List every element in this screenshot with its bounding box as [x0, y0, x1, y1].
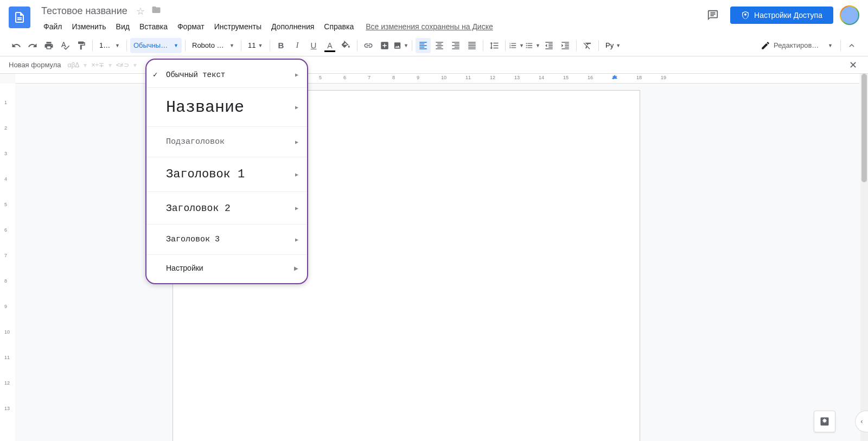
chevron-down-icon: ▼ — [115, 43, 120, 48]
paint-format-button[interactable] — [74, 38, 89, 53]
increase-indent-button[interactable] — [558, 38, 573, 53]
equation-greek[interactable]: αβΔ — [68, 61, 80, 69]
chevron-down-icon: ▼ — [258, 43, 263, 48]
align-right-button[interactable] — [448, 38, 463, 53]
style-option-settings[interactable]: Настройки ▶ — [146, 255, 307, 281]
menu-tools[interactable]: Инструменты — [210, 20, 266, 33]
decrease-indent-button[interactable] — [541, 38, 557, 53]
underline-button[interactable]: U — [306, 38, 321, 53]
share-button-label: Настройки Доступа — [754, 11, 822, 20]
paragraph-style-menu: ✓ Обычный текст ▶ Название ▶ Подзаголово… — [145, 59, 308, 284]
insert-link-button[interactable] — [361, 38, 376, 53]
check-icon: ✓ — [153, 70, 157, 79]
horizontal-ruler[interactable]: 1212345678910111213141516171819 — [15, 74, 859, 84]
style-option-heading1[interactable]: Заголовок 1 ▶ — [146, 157, 307, 192]
title-area: Тестовое название ☆ Файл Изменить Вид Вс… — [39, 4, 702, 33]
close-equation-toolbar[interactable]: ✕ — [846, 59, 859, 72]
paragraph-style-dropdown[interactable]: Обычный …▼ — [130, 38, 182, 53]
bulleted-list-button[interactable]: ▼ — [525, 38, 540, 53]
menu-view[interactable]: Вид — [112, 20, 134, 33]
redo-button[interactable] — [25, 38, 40, 53]
zoom-dropdown[interactable]: 100%▼ — [96, 38, 123, 53]
font-size-dropdown[interactable]: 11▼ — [245, 38, 266, 53]
chevron-right-icon: ▶ — [295, 171, 298, 178]
equation-relations[interactable]: <≠⊃ — [116, 61, 129, 69]
menu-addons[interactable]: Дополнения — [267, 20, 318, 33]
bold-button[interactable]: B — [273, 38, 289, 53]
document-canvas[interactable] — [15, 84, 859, 441]
style-option-subtitle[interactable]: Подзаголовок ▶ — [146, 127, 307, 157]
folder-icon[interactable] — [151, 5, 161, 17]
workspace: 1212345678910111213141516171819 12345678… — [0, 74, 868, 441]
chevron-right-icon: ▶ — [295, 237, 298, 243]
align-left-button[interactable] — [416, 38, 431, 53]
italic-button[interactable]: I — [290, 38, 305, 53]
insert-comment-button[interactable] — [377, 38, 392, 53]
menu-insert[interactable]: Вставка — [135, 20, 172, 33]
chevron-right-icon: ▶ — [295, 139, 298, 145]
menubar: Файл Изменить Вид Вставка Формат Инструм… — [39, 20, 702, 33]
vertical-ruler[interactable]: 12345678910111213 — [0, 84, 15, 441]
equation-toolbar: Новая формула αβΔ ▾ ×÷∓ ▾ <≠⊃ ▾ ✕ — [0, 56, 868, 74]
chevron-down-icon: ▼ — [828, 43, 833, 48]
document-title[interactable]: Тестовое название — [39, 4, 130, 18]
menu-file[interactable]: Файл — [39, 20, 66, 33]
collapse-toolbar-button[interactable] — [844, 38, 859, 53]
chevron-down-icon: ▼ — [535, 43, 540, 48]
equation-ops[interactable]: ×÷∓ — [91, 61, 104, 69]
input-tools-button[interactable]: Ру▼ — [602, 38, 625, 53]
highlight-button[interactable] — [339, 38, 354, 53]
share-button[interactable]: Настройки Доступа — [730, 7, 833, 24]
font-dropdown[interactable]: Roboto Mo…▼ — [189, 38, 238, 53]
insert-image-button[interactable]: ▼ — [393, 38, 409, 53]
chevron-down-icon: ▼ — [519, 43, 524, 48]
chevron-down-icon: ▼ — [229, 43, 234, 48]
spellcheck-button[interactable] — [58, 38, 73, 53]
style-option-heading2[interactable]: Заголовок 2 ▶ — [146, 192, 307, 225]
menu-format[interactable]: Формат — [173, 20, 209, 33]
docs-logo[interactable] — [9, 7, 30, 28]
menu-help[interactable]: Справка — [320, 20, 358, 33]
line-spacing-button[interactable] — [487, 38, 502, 53]
header: Тестовое название ☆ Файл Изменить Вид Вс… — [0, 0, 868, 35]
explore-button[interactable] — [814, 411, 835, 432]
style-option-heading3[interactable]: Заголовок 3 ▶ — [146, 225, 307, 255]
chevron-down-icon: ▼ — [616, 43, 621, 48]
align-center-button[interactable] — [432, 38, 447, 53]
equation-label[interactable]: Новая формула — [9, 61, 61, 69]
clear-formatting-button[interactable] — [580, 38, 595, 53]
vertical-scrollbar[interactable] — [860, 74, 868, 441]
style-option-normal[interactable]: ✓ Обычный текст ▶ — [146, 62, 307, 88]
align-justify-button[interactable] — [464, 38, 480, 53]
avatar[interactable] — [840, 5, 859, 25]
style-option-title[interactable]: Название ▶ — [146, 88, 307, 127]
chevron-right-icon: ▶ — [295, 104, 298, 111]
chevron-down-icon: ▼ — [404, 43, 409, 48]
chevron-right-icon: ▶ — [294, 265, 298, 271]
editing-mode-dropdown[interactable]: Редактирова… ▼ — [756, 41, 837, 50]
numbered-list-button[interactable]: ▼ — [509, 38, 524, 53]
menu-edit[interactable]: Изменить — [67, 20, 110, 33]
comments-button[interactable] — [702, 4, 724, 26]
text-color-button[interactable]: A — [322, 38, 337, 53]
toolbar: 100%▼ Обычный …▼ Roboto Mo…▼ 11▼ B I U A… — [0, 35, 868, 56]
chevron-down-icon: ▼ — [174, 43, 178, 48]
print-button[interactable] — [41, 38, 56, 53]
chevron-right-icon: ▶ — [295, 205, 298, 212]
save-status[interactable]: Все изменения сохранены на Диске — [366, 20, 493, 33]
chevron-right-icon: ▶ — [295, 72, 298, 78]
undo-button[interactable] — [9, 38, 24, 53]
star-icon[interactable]: ☆ — [136, 5, 145, 17]
header-right: Настройки Доступа — [702, 4, 859, 26]
